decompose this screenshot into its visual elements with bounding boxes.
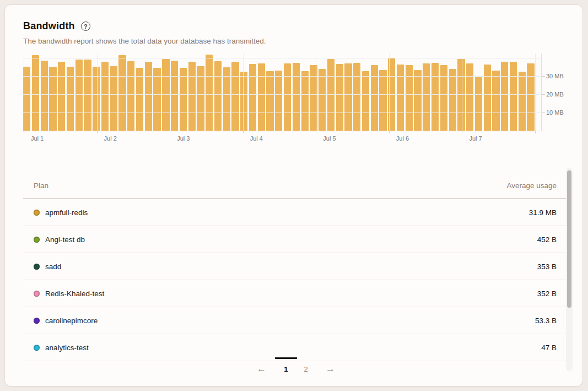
bar[interactable] bbox=[336, 64, 343, 131]
bar[interactable] bbox=[344, 63, 352, 131]
bar[interactable] bbox=[266, 71, 273, 131]
bar[interactable] bbox=[153, 68, 160, 131]
plan-color-dot-icon bbox=[34, 210, 40, 216]
bar[interactable] bbox=[180, 68, 187, 131]
column-header-plan: Plan bbox=[34, 181, 48, 190]
table-row[interactable]: carolinepimcore53.3 B bbox=[23, 307, 569, 334]
bar[interactable] bbox=[475, 77, 482, 131]
y-gridline bbox=[23, 94, 542, 95]
plan-color-dot-icon bbox=[34, 345, 40, 351]
bar[interactable] bbox=[301, 71, 309, 131]
bar[interactable] bbox=[240, 72, 247, 131]
x-tick-mark bbox=[462, 131, 462, 133]
bar[interactable] bbox=[258, 63, 265, 131]
average-usage-value: 53.3 B bbox=[535, 317, 557, 325]
bar[interactable] bbox=[284, 63, 291, 131]
bar[interactable] bbox=[414, 70, 421, 131]
previous-page-arrow-icon[interactable]: ← bbox=[252, 362, 271, 376]
bar[interactable] bbox=[484, 65, 491, 131]
y-gridline bbox=[23, 113, 542, 113]
bar[interactable] bbox=[527, 63, 534, 131]
bar[interactable] bbox=[449, 69, 456, 131]
page-button-2[interactable]: 2 bbox=[298, 362, 314, 376]
x-axis-tick-label: Jul 1 bbox=[31, 135, 44, 142]
bar[interactable] bbox=[249, 64, 256, 131]
panel-subtitle: The bandwidth report shows the total dat… bbox=[23, 37, 266, 45]
bar[interactable] bbox=[188, 62, 196, 131]
plan-name: Redis-Khaled-test bbox=[45, 290, 104, 298]
bar[interactable] bbox=[371, 65, 378, 131]
bar[interactable] bbox=[206, 55, 213, 131]
bar[interactable] bbox=[466, 63, 473, 131]
bar[interactable] bbox=[431, 63, 439, 131]
bar[interactable] bbox=[84, 60, 91, 131]
bar[interactable] bbox=[510, 62, 517, 131]
x-axis-tick-label: Jul 3 bbox=[177, 135, 190, 142]
bar[interactable] bbox=[41, 61, 48, 131]
bar[interactable] bbox=[58, 62, 65, 131]
bar[interactable] bbox=[492, 71, 499, 131]
bar[interactable] bbox=[423, 63, 430, 131]
bar[interactable] bbox=[75, 60, 83, 131]
bar[interactable] bbox=[362, 71, 369, 131]
table-row[interactable]: Redis-Khaled-test352 B bbox=[23, 280, 569, 307]
panel-header: Bandwidth ? The bandwidth report shows t… bbox=[23, 20, 266, 45]
bar[interactable] bbox=[293, 63, 300, 131]
bar[interactable] bbox=[397, 65, 404, 131]
x-gridline bbox=[389, 53, 390, 131]
bar[interactable] bbox=[440, 65, 447, 131]
bar[interactable] bbox=[136, 68, 143, 131]
bar[interactable] bbox=[319, 69, 326, 131]
y-axis-tick-label: 10 MB bbox=[546, 109, 564, 116]
bar[interactable] bbox=[501, 62, 508, 131]
table-scrollbar-thumb[interactable] bbox=[567, 170, 571, 308]
average-usage-value: 352 B bbox=[537, 290, 557, 298]
x-tick-mark bbox=[243, 131, 244, 133]
table-row[interactable]: Angi-test db452 B bbox=[23, 226, 569, 253]
bar[interactable] bbox=[353, 63, 360, 131]
x-axis-tick-label: Jul 2 bbox=[104, 135, 117, 142]
bar[interactable] bbox=[127, 61, 134, 131]
table-row[interactable]: sadd353 B bbox=[23, 253, 569, 280]
bar[interactable] bbox=[32, 55, 39, 131]
x-axis-tick-label: Jul 5 bbox=[323, 135, 336, 142]
x-gridline bbox=[24, 53, 24, 131]
bar[interactable] bbox=[406, 65, 413, 131]
bar[interactable] bbox=[118, 55, 126, 131]
bar[interactable] bbox=[145, 62, 152, 131]
column-header-average-usage: Average usage bbox=[506, 181, 557, 190]
x-axis-tick-label: Jul 6 bbox=[396, 135, 409, 142]
right-axis-line bbox=[541, 53, 542, 131]
x-gridline bbox=[97, 53, 98, 131]
y-tick-mark bbox=[542, 113, 545, 113]
plan-color-dot-icon bbox=[34, 237, 40, 243]
x-tick-mark bbox=[170, 131, 170, 133]
x-tick-mark bbox=[389, 131, 390, 133]
next-page-arrow-icon[interactable]: → bbox=[321, 362, 339, 376]
x-gridline bbox=[462, 53, 462, 131]
table-body: apmfull-redis31.9 MBAngi-test db452 Bsad… bbox=[23, 199, 569, 361]
bar[interactable] bbox=[223, 67, 230, 131]
plan-name: carolinepimcore bbox=[45, 317, 98, 325]
bar[interactable] bbox=[214, 61, 222, 131]
bar[interactable] bbox=[171, 61, 178, 131]
x-axis-line bbox=[23, 131, 542, 131]
bar[interactable] bbox=[275, 71, 282, 131]
bar[interactable] bbox=[101, 62, 109, 131]
y-axis-tick-label: 30 MB bbox=[546, 73, 564, 79]
help-icon[interactable]: ? bbox=[81, 22, 90, 31]
page-title: Bandwidth bbox=[23, 20, 75, 32]
x-tick-mark bbox=[535, 131, 536, 133]
bandwidth-bar-chart: 10 MB20 MB30 MBJul 1Jul 2Jul 3Jul 4Jul 5… bbox=[23, 53, 542, 131]
plan-name: analytics-test bbox=[45, 344, 89, 352]
x-axis-tick-label: Jul 7 bbox=[469, 135, 482, 142]
bar[interactable] bbox=[231, 62, 239, 131]
table-row[interactable]: apmfull-redis31.9 MB bbox=[23, 199, 569, 226]
bar[interactable] bbox=[379, 70, 386, 131]
y-tick-mark bbox=[542, 94, 545, 95]
plan-name: Angi-test db bbox=[45, 235, 85, 244]
table-scrollbar-track[interactable] bbox=[566, 168, 573, 371]
page-button-1[interactable]: 1 bbox=[278, 362, 294, 376]
bar[interactable] bbox=[519, 72, 526, 131]
x-tick-mark bbox=[24, 131, 24, 133]
